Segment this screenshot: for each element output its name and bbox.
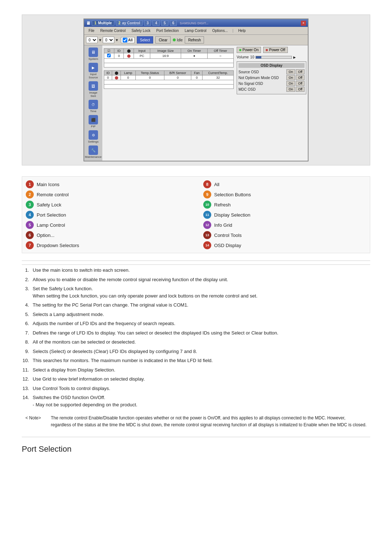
instr-num-11: 11. [22,366,29,374]
bottom-grid: ID ⬤ Lamp Temp.Status B/R Sensor Fan Cur… [104,70,234,89]
label-1: 1 Main Icons [26,180,189,188]
instr-text-11: Select a display from Display Selection. [33,366,115,374]
col-status: ⬤ [124,49,134,53]
instruction-2: 2. Allows you to enable or disable the r… [22,276,370,283]
instruction-5: 5. Selects a Lamp adjustment mode. [22,311,370,318]
id-to-dropdown[interactable]: 0 [103,37,114,43]
refresh-button[interactable]: Refresh [185,36,204,44]
osd-mdc-on[interactable]: On [286,87,295,92]
badge-6: 6 [26,231,34,239]
cell-id: 0 [114,53,123,59]
instr-num-12: 12. [22,376,29,383]
volume-row: Volume 10 ▶ [237,55,306,59]
volume-slider[interactable] [256,56,292,59]
note-text: The remote control Enable/Disable functi… [51,415,367,428]
divider-2 [22,437,370,437]
cell-input: PC [134,53,150,59]
tab-display[interactable]: 2 ay Control [116,20,143,26]
power-off-button[interactable]: Power Off [263,47,287,53]
badge-7: 7 [26,241,34,249]
icon-pip[interactable]: ⬛ PIP [85,114,101,129]
bottom-table-row[interactable]: 0 ⬤ 0 0 0 0 32 [104,75,234,80]
table-row[interactable]: 0 ⬤ PC 16:9 ● ○ [104,53,234,59]
label-6: 6 Option... [26,231,189,239]
badge-1: 1 [26,180,34,188]
cell-check[interactable] [104,53,114,59]
col-id: ID [114,49,123,53]
menu-safety-lock[interactable]: Safety Lock [129,28,153,34]
icon-system[interactable]: 🖥 System [85,47,101,61]
instr-text-7: Defines the range of LFD IDs to display.… [33,329,278,337]
bottom-row-empty [104,80,234,85]
left-icons-panel: 🖥 System ▶ Input Source 🖼 Image Size ⏱ T… [84,45,102,161]
power-on-button[interactable]: Power On [237,47,261,53]
icon-time[interactable]: ⏱ Time [85,99,101,114]
instruction-7: 7. Defines the range of LFD IDs to displ… [22,329,370,337]
tab-3[interactable]: 3 [144,20,151,26]
labels-right-col: 8 All 9 Selection Buttons 10 Refresh 11 … [203,180,366,249]
tab-multiple[interactable]: 1 Multiple [92,20,114,26]
port-selection-heading: Port Selection [22,444,370,454]
icon-settings[interactable]: ⚙ Settings [85,130,101,144]
screenshot-area: 🖥 1 Multiple 2 ay Control 3 4 5 6 SAMSUN… [22,15,370,165]
clear-button[interactable]: Clear [155,36,171,44]
instr-text-3b: When setting the Lock function, you can … [33,292,257,300]
badge-8: 8 [203,180,211,188]
osd-source-off[interactable]: Off [296,69,305,74]
col-check: ☑ [104,49,114,53]
label-10: 10 Refresh [203,201,366,209]
label-9-text: Selection Buttons [214,192,251,197]
instr-num-5: 5. [22,311,29,318]
instr-num-4: 4. [22,301,29,309]
instr-text-14b: - May not be supported depending on the … [33,401,137,409]
label-3: 3 Safety Lock [26,201,189,209]
osd-mdc-off[interactable]: Off [296,87,305,92]
tab-num-1: 1 [94,21,97,25]
instr-text-14a: Switches the OSD function On/Off. [33,394,137,401]
instr-num-6: 6. [22,320,29,327]
menu-lamp-control[interactable]: Lamp Control [182,28,209,34]
label-3-text: Safety Lock [37,202,61,208]
osd-not-optimum-on[interactable]: On [286,75,295,80]
instr-text-3: Set the Safety Lock function. When setti… [33,285,257,299]
menu-help[interactable]: Help [236,28,248,34]
osd-row-source: Source OSD On Off [238,69,305,74]
icon-maintenance[interactable]: 🔧 Maintenance [85,145,101,159]
osd-not-optimum-off[interactable]: Off [296,75,305,80]
tab-label-4: 4 [155,21,157,25]
cell-id2: 0 [104,75,112,80]
icon-input-source[interactable]: ▶ Input Source [85,62,101,80]
osd-row-mdc: MDC OSD On Off [238,87,305,92]
tab-6[interactable]: 6 [170,20,177,26]
label-11-text: Display Selection [214,212,250,218]
pip-icon: ⬛ [89,115,98,124]
osd-no-signal-label: No Signal OSD [238,82,263,86]
menu-port-selection[interactable]: Port Selection [154,28,181,34]
all-checkbox-label[interactable]: All [121,37,135,43]
menu-remote-control[interactable]: Remote Control [98,28,128,34]
osd-no-signal-on[interactable]: On [286,81,295,86]
close-button[interactable]: × [301,21,306,26]
instruction-8: 8. All of the monitors can be selected o… [22,338,370,346]
osd-no-signal-off[interactable]: Off [296,81,305,86]
osd-source-btns: On Off [286,69,305,74]
menu-options[interactable]: Options... [210,28,230,34]
all-checkbox[interactable] [123,38,127,42]
icon-image-size[interactable]: 🖼 Image Size [85,81,101,98]
col-temp-status: Temp.Status [135,71,164,75]
volume-arrow: ▶ [293,56,296,59]
instr-num-1: 1. [22,267,29,274]
select-button[interactable]: Select [137,36,154,44]
menu-file[interactable]: File [86,28,97,34]
instr-text-5: Selects a Lamp adjustment mode. [33,311,104,318]
dropdown-group: 0 ▼ 0 ▼ [86,37,119,43]
osd-source-on[interactable]: On [286,69,295,74]
tab-4[interactable]: 4 [152,20,160,26]
tab-5[interactable]: 5 [161,20,168,26]
table-row-empty2 [104,63,234,67]
instr-text-3a: Set the Safety Lock function. [33,285,257,292]
tab-label-3: 3 [147,21,149,25]
label-5-text: Lamp Control [37,222,65,228]
tab-multiple-label: Multiple [98,21,112,25]
id-from-dropdown[interactable]: 0 [86,37,98,43]
